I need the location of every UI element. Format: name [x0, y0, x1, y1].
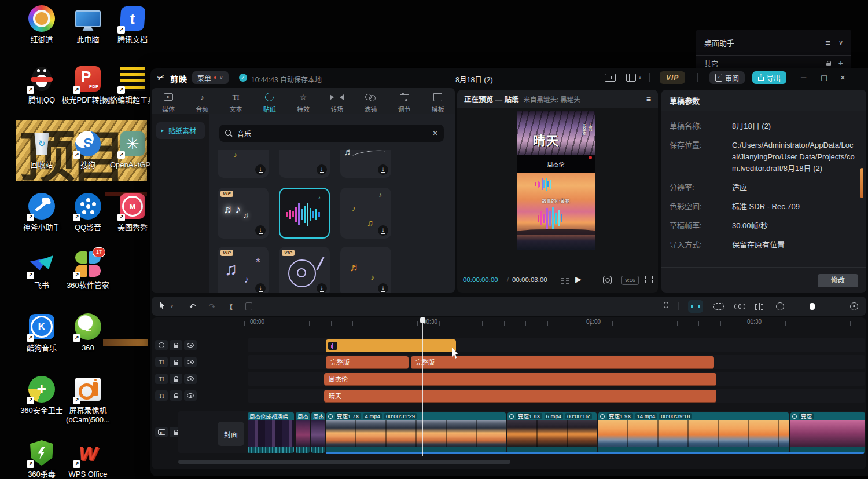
timeline-ruler-ticks[interactable] — [244, 321, 864, 326]
desktop-icon-wps[interactable]: W ↗ WPS Office — [56, 439, 120, 479]
toolbar-divider — [678, 302, 679, 310]
preview-quality-icon[interactable] — [603, 276, 612, 284]
sticker-item[interactable]: VIP ↓ — [279, 247, 330, 293]
review-button[interactable]: ✓ 审阅 — [709, 71, 745, 84]
minimize-button[interactable]: ─ — [801, 73, 806, 82]
timeline-scrollbar[interactable] — [178, 460, 510, 464]
grid-view-icon[interactable] — [812, 60, 819, 67]
delete-icon[interactable] — [245, 302, 252, 310]
desktop-icon-360-browser[interactable]: e ↗ 360 — [56, 313, 120, 353]
preview-axis-toggle-icon[interactable] — [713, 303, 724, 310]
tab-sticker[interactable]: 贴纸 — [253, 88, 286, 114]
slider-knob[interactable] — [810, 303, 815, 310]
sticker-item[interactable]: ↓ — [279, 150, 330, 178]
assistant-menu-icon[interactable]: ≡ — [825, 38, 830, 47]
download-icon[interactable]: ↓ — [317, 164, 327, 175]
sticker-item[interactable]: ♪ ♪ ♫ ↓ — [340, 188, 391, 239]
download-icon[interactable]: ↓ — [378, 164, 388, 175]
text-clip[interactable]: 周杰伦 — [324, 373, 716, 386]
tab-transitions[interactable]: 转场 — [320, 88, 354, 114]
redo-icon[interactable]: ↷ — [209, 302, 216, 311]
text-clip[interactable]: 完整版 — [411, 356, 714, 369]
video-clip[interactable]: 周杰伦成都演唱 — [248, 412, 294, 453]
panel-scrollbar[interactable] — [860, 168, 863, 198]
video-clip[interactable]: 变速1.8X 6.mp4 00:00:16: — [507, 412, 597, 453]
sticker-item[interactable]: ♬ ↓ — [340, 150, 391, 178]
download-icon[interactable]: ↓ — [255, 164, 266, 175]
layout-switch-icon[interactable] — [626, 74, 636, 82]
tab-templates[interactable]: 模板 — [421, 88, 455, 114]
tab-adjust[interactable]: 调节 — [388, 88, 421, 114]
sticker-search-box[interactable]: 音乐 ✕ — [219, 125, 444, 142]
close-button[interactable]: × — [840, 72, 845, 82]
vip-button[interactable]: VIP — [660, 71, 685, 84]
tab-audio[interactable]: ♪ 音频 — [185, 88, 219, 114]
eye-icon[interactable] — [184, 340, 197, 350]
sticker-item-selected[interactable]: ♪ — [279, 188, 330, 239]
select-tool-chevron-icon[interactable]: ∨ — [170, 304, 174, 309]
zoom-fit-icon[interactable] — [850, 302, 858, 310]
eye-icon[interactable] — [184, 390, 197, 401]
desktop-icon-360-manager[interactable]: 17 ↗ 360软件管家 — [56, 250, 120, 290]
lock-icon[interactable] — [170, 357, 182, 367]
video-clip[interactable]: 变速1.9X 14.mp4 00:00:39:18 — [598, 412, 789, 453]
download-icon[interactable]: ↓ — [317, 283, 327, 293]
sticker-item[interactable]: VIP ♬♪ ♫ ↓ — [218, 188, 269, 239]
zoom-out-icon[interactable] — [776, 302, 784, 310]
snap-toggle-active[interactable] — [688, 300, 703, 313]
video-clip[interactable]: 周杰 — [311, 412, 325, 453]
desktop-icon-tencent-docs[interactable]: t ↗ 腾讯文档 — [101, 5, 164, 45]
eye-icon[interactable] — [184, 357, 197, 367]
category-sticker-material[interactable]: 贴纸素材 — [156, 122, 205, 139]
split-view-toggle-icon[interactable] — [755, 303, 763, 310]
video-clip[interactable]: 周杰 — [296, 412, 310, 453]
frame-view-icon[interactable] — [561, 277, 569, 284]
link-toggle-icon[interactable] — [734, 304, 745, 309]
maximize-button[interactable]: ▢ — [821, 73, 827, 82]
shortcut-keys-icon[interactable] — [605, 74, 616, 82]
lock-icon[interactable] — [170, 390, 182, 401]
assistant-collapse-icon[interactable]: ∨ — [838, 39, 843, 46]
sticker-item[interactable]: ♪ ↓ — [218, 150, 269, 178]
text-clip[interactable]: 完整版 — [326, 356, 409, 369]
select-tool-icon[interactable] — [160, 301, 165, 311]
desktop-icon-ocam[interactable]: ↗ 屏幕录像机(oCam)500... — [56, 375, 120, 425]
lock-icon[interactable] — [170, 374, 182, 384]
sticker-clip[interactable] — [326, 339, 456, 352]
record-voiceover-icon[interactable] — [663, 302, 668, 310]
clear-search-icon[interactable]: ✕ — [432, 129, 438, 137]
video-clip[interactable]: 变速 — [790, 412, 865, 453]
search-input[interactable]: 音乐 — [237, 129, 251, 138]
text-clip[interactable]: 晴天 — [324, 390, 716, 403]
split-clip-icon[interactable]: )( — [229, 302, 231, 310]
download-icon[interactable]: ↓ — [378, 225, 388, 236]
playhead-line[interactable] — [422, 317, 423, 456]
audio-track-collapsed[interactable] — [326, 452, 864, 454]
layout-chevron-icon[interactable]: ∨ — [638, 75, 642, 80]
cover-button[interactable]: 封面 — [218, 422, 244, 446]
timeline-zoom-slider[interactable] — [790, 302, 843, 310]
lock-icon[interactable] — [826, 61, 832, 66]
sticker-item[interactable]: ♬ ♪ ↓ — [340, 247, 391, 293]
video-clip[interactable]: 变速1.7X 4.mp4 00:00:31:29 — [326, 412, 506, 453]
tab-effects[interactable]: ☆ 特效 — [286, 88, 320, 114]
preview-menu-icon[interactable]: ≡ — [646, 94, 651, 104]
tab-filters[interactable]: 滤镜 — [354, 88, 387, 114]
download-icon[interactable]: ↓ — [255, 225, 266, 236]
undo-icon[interactable]: ↷ — [189, 302, 196, 311]
export-button[interactable]: ↑ 导出 — [752, 71, 786, 84]
menu-button[interactable]: 菜单 ∨ — [192, 71, 229, 84]
fullscreen-icon[interactable] — [645, 276, 653, 283]
aspect-ratio-button[interactable]: 9:16 — [621, 276, 639, 285]
lock-icon[interactable] — [170, 340, 182, 350]
video-preview[interactable]: 晴天 完整版 无损 周杰伦 故事的小黄花 — [517, 111, 595, 250]
download-icon[interactable]: ↓ — [378, 283, 388, 293]
play-button[interactable]: ▶ — [575, 275, 582, 284]
sticker-item[interactable]: VIP ♫ ✻ ♪ ↓ — [218, 247, 269, 293]
tab-text[interactable]: TI 文本 — [219, 88, 252, 114]
add-icon[interactable]: + — [838, 58, 843, 68]
download-icon[interactable]: ↓ — [255, 283, 266, 293]
modify-button[interactable]: 修改 — [818, 274, 858, 287]
tab-media[interactable]: ▶ 媒体 — [152, 88, 185, 114]
eye-icon[interactable] — [184, 374, 197, 384]
